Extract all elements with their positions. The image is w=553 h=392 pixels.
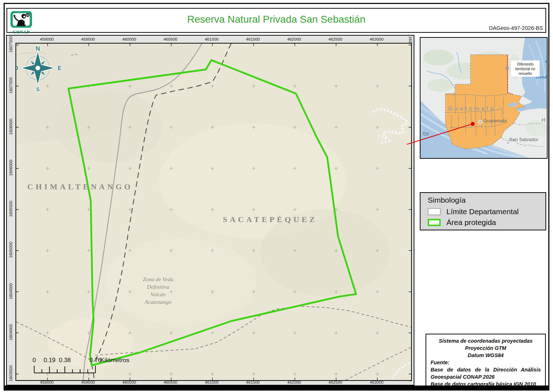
x-axis-tick-label: 459500 (72, 37, 104, 42)
map-sheet: CONAP Reserva Natural Privada San Sebast… (0, 0, 553, 392)
protected-area-swatch (428, 219, 441, 226)
x-axis-tick-label: 460500 (154, 37, 187, 42)
y-axis-tick-label: 1606500 (8, 120, 14, 134)
legend-title: Simbología (428, 196, 545, 204)
svg-text:Zona de Veda: Zona de Veda (143, 276, 174, 282)
legend-item-area: Área protegida (428, 218, 545, 227)
depth-label: 721 (422, 131, 429, 136)
x-axis-tick-label: 459000 (31, 37, 63, 42)
x-axis-tick-label: 460000 (113, 37, 145, 42)
x-axis-labels-bottom: 4590004595004600004605004610004615004620… (31, 380, 393, 385)
x-axis-tick-label: 461000 (195, 380, 228, 385)
header: CONAP Reserva Natural Privada San Sebast… (6, 8, 546, 33)
country-label-guatemala: Guatemala (448, 105, 495, 112)
inset-locator-map: B Gu Hond Diferendo territorial no resue… (420, 37, 548, 159)
x-axis-tick-label: 463000 (360, 37, 393, 42)
compass-east-label: E (58, 65, 62, 72)
y-axis-tick-label: 1603500 (8, 366, 14, 380)
source-conap-line: Base de datos de la Dirección Análisis G… (431, 366, 541, 380)
y-axis-labels-left: 1607500160700016065001606000160550016050… (8, 37, 14, 380)
svg-text:Acatenango: Acatenango (144, 299, 171, 305)
svg-text:0.38: 0.38 (59, 357, 71, 364)
scale-unit-label: Kilómetros (100, 357, 129, 364)
x-axis-tick-label: 462000 (278, 380, 310, 385)
svg-text:0.76: 0.76 (89, 357, 101, 364)
x-axis-tick-label: 459500 (72, 380, 104, 385)
datum-line: Datum WGS84 (431, 352, 541, 359)
document-code: DAGeos-497-2026-BS (489, 25, 543, 31)
sea-label-1: Gu (545, 59, 547, 64)
region-label-chimaltenango: CHIMALTENANGO (27, 182, 133, 191)
x-axis-labels-top: 4590004595004600004605004610004615004620… (31, 37, 393, 42)
svg-text:0: 0 (32, 357, 36, 364)
departmental-boundary-swatch (428, 208, 441, 215)
x-axis-tick-label: 460000 (113, 380, 145, 385)
belize-label: B (505, 66, 509, 71)
x-axis-tick-label: 462500 (319, 380, 352, 385)
map-graphics: N S E O CHIMALTENANGO SACATEPÉQUEZ Zona … (16, 44, 411, 380)
x-axis-tick-label: 461500 (237, 37, 269, 42)
y-axis-tick-label: 1607500 (8, 37, 14, 51)
map-canvas: N S E O CHIMALTENANGO SACATEPÉQUEZ Zona … (15, 43, 412, 381)
svg-text:0.19: 0.19 (44, 357, 55, 364)
crs-line: Sistema de coordenadas proyectadas (431, 337, 541, 344)
x-axis-tick-label: 462000 (278, 37, 310, 42)
x-axis-tick-label: 461500 (237, 380, 269, 385)
source-info-box: Sistema de coordenadas proyectadas Proye… (426, 334, 546, 387)
y-axis-tick-label: 1605000 (8, 243, 14, 257)
legend: Simbología Límite Departamental Área pro… (420, 192, 546, 230)
x-axis-tick-label: 463000 (360, 380, 393, 385)
main-map-panel: 4590004595004600004605004610004615004620… (6, 35, 414, 386)
x-axis-tick-label: 461000 (195, 37, 228, 42)
inset-graphics: B Gu Hond Diferendo territorial no resue… (421, 38, 547, 158)
y-axis-tick-label: 1606000 (8, 161, 14, 175)
conap-logo-text: CONAP (10, 30, 32, 35)
y-axis-tick-label: 1607000 (8, 78, 14, 93)
x-axis-tick-label: 460500 (154, 380, 187, 385)
city-label-san-salvador: San Salvador (509, 137, 539, 142)
x-axis-tick-label: 459000 (31, 380, 63, 385)
projection-line: Proyección GTM (431, 344, 541, 352)
svg-text:Definitiva: Definitiva (147, 284, 169, 290)
city-label-guatemala: Guatemala (483, 118, 507, 123)
x-axis-tick-label: 462500 (319, 37, 352, 42)
compass-west-label: O (16, 65, 18, 72)
region-label-sacatepequez: SACATEPÉQUEZ (223, 215, 317, 224)
honduras-label-fragment: H o (541, 117, 547, 123)
source-ign-line: Base de datos cartografía básica IGN 201… (431, 380, 541, 388)
compass-south-label: S (36, 86, 40, 92)
svg-text:Diferendo: Diferendo (517, 62, 534, 66)
map-title: Reserva Natural Privada San Sebastián (7, 14, 545, 25)
fuente-label: Fuente: (431, 359, 541, 366)
y-axis-tick-label: 1604500 (8, 284, 14, 298)
legend-item-limite: Límite Departamental (428, 207, 545, 216)
guatemala-city-dot (479, 121, 482, 124)
y-axis-tick-label: 1604000 (8, 325, 14, 339)
svg-text:territorial no: territorial no (515, 67, 535, 71)
y-axis-tick-label: 1605500 (8, 202, 14, 216)
svg-text:resuelto: resuelto (518, 71, 532, 76)
compass-north-label: N (36, 45, 40, 52)
svg-text:Volcán: Volcán (150, 291, 166, 297)
